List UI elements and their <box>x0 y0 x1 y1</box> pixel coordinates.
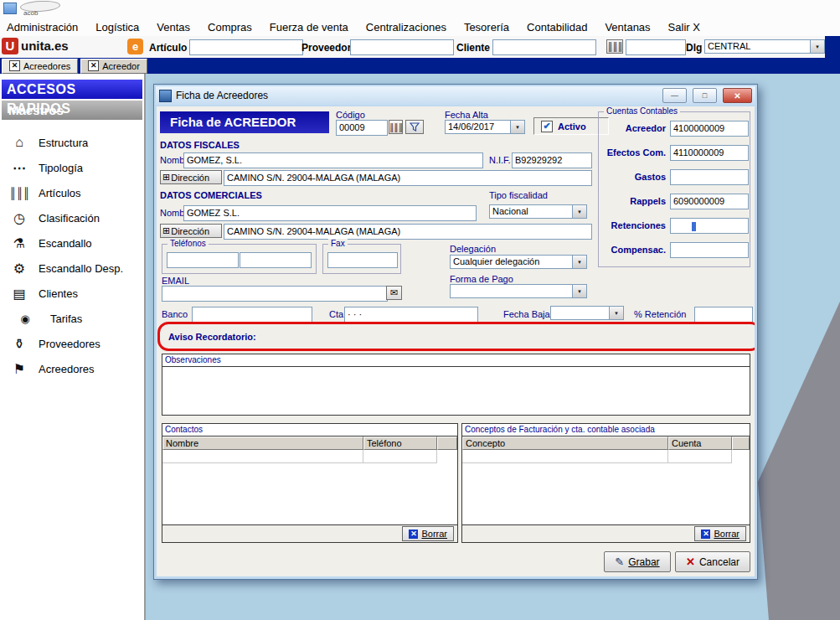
direccion-fiscal-button[interactable]: ⊞ Dirección <box>160 170 222 184</box>
tipo-fiscalidad-select[interactable]: Nacional ▼ <box>489 204 587 219</box>
chevron-down-icon[interactable]: ▼ <box>510 120 525 134</box>
menu-item-salir[interactable]: Salir X <box>668 21 700 34</box>
fax-input[interactable] <box>327 252 398 268</box>
direccion-comercial-input[interactable]: CAMINO S/N. 29004-MALAGA (MALAGA) <box>224 224 592 240</box>
sidebar-item-articulos[interactable]: ║║║ Artículos <box>0 180 144 205</box>
direccion-fiscal-input[interactable]: CAMINO S/N. 29004-MALAGA (MALAGA) <box>224 170 592 186</box>
cta-input[interactable]: · · · <box>344 307 478 323</box>
cliente-input[interactable] <box>492 39 596 55</box>
app-window-icon <box>3 3 17 14</box>
delegacion-select[interactable]: Cualquier delegación ▼ <box>450 255 587 269</box>
filter-button[interactable] <box>405 120 424 134</box>
sidebar-item-escandallo-desp[interactable]: ⚙ Escandallo Desp. <box>0 256 144 281</box>
delegation-select[interactable]: CENTRAL ▼ <box>704 39 825 54</box>
telefono1-input[interactable] <box>167 252 239 268</box>
menu-item-administracion[interactable]: Administración <box>7 21 78 34</box>
cancelar-button[interactable]: ✕ Cancelar <box>675 551 750 572</box>
cuentas-contables-group: Cuentas Contables Acreedor 4100000009 Ef… <box>598 111 750 267</box>
fax-label: Fax <box>328 239 348 248</box>
menu-item-tesoreria[interactable]: Tesorería <box>464 21 509 34</box>
menu-item-centralizaciones[interactable]: Centralizaciones <box>366 21 446 34</box>
menu-item-logistica[interactable]: Logística <box>95 21 139 34</box>
email-input[interactable] <box>162 286 388 302</box>
tipo-fiscalidad-value: Nacional <box>489 204 572 219</box>
compass-icon: ◷ <box>0 210 39 226</box>
nombre-fiscal-input[interactable]: GOMEZ, S.L. <box>183 152 483 168</box>
chevron-down-icon[interactable]: ▼ <box>572 204 587 219</box>
activo-checkbox[interactable]: ✔ <box>541 121 553 132</box>
chevron-down-icon[interactable]: ▼ <box>572 284 587 298</box>
chevron-down-icon[interactable]: ▼ <box>572 255 587 269</box>
cancel-x-icon: ✕ <box>686 555 695 568</box>
column-header-telefono: Teléfono <box>363 437 437 450</box>
grabar-button[interactable]: ✎ Grabar <box>604 551 671 572</box>
annotation-highlight: Aviso Recordatorio: <box>157 322 755 351</box>
tab-label: Acreedor <box>102 61 140 71</box>
compensac-input[interactable] <box>670 242 749 258</box>
nif-input[interactable]: B92929292 <box>512 152 592 168</box>
sidebar-item-escandallo[interactable]: ⚗ Escandallo <box>0 230 144 256</box>
sidebar-item-proveedores[interactable]: ⚱ Proveedores <box>0 331 144 356</box>
acreedor-account-input[interactable]: 4100000009 <box>670 121 749 137</box>
text-cursor <box>692 222 696 231</box>
sidebar-item-clientes[interactable]: ▤ Clientes <box>0 281 144 306</box>
articulo-input[interactable] <box>189 39 303 55</box>
tab-acreedores[interactable]: ✕ Acreedores <box>2 59 78 74</box>
observaciones-textarea[interactable] <box>162 367 750 413</box>
contactos-footer: ✕ Borrar <box>162 524 457 542</box>
fecha-baja-value <box>550 306 609 320</box>
fecha-alta-label: Fecha Alta <box>445 110 488 120</box>
tab-acreedor[interactable]: ✕ Acreedor <box>80 59 147 74</box>
borrar-concepto-button[interactable]: ✕ Borrar <box>694 526 746 541</box>
books-icon: ▤ <box>0 286 39 302</box>
gastos-input[interactable] <box>670 169 749 185</box>
sidebar-item-tipologia[interactable]: ⋯ Tipología <box>0 155 144 180</box>
sidebar-item-acreedores[interactable]: ⚑ Acreedores <box>0 356 144 381</box>
brand-e-icon: e <box>127 39 143 54</box>
sidebar-item-estructura[interactable]: ⌂ Estructura <box>0 130 144 155</box>
dialog-icon <box>159 90 172 102</box>
maximize-button[interactable]: □ <box>693 88 717 103</box>
delegacion-value: Cualquier delegación <box>450 255 572 269</box>
menu-item-ventanas[interactable]: Ventanas <box>605 21 650 34</box>
direccion-comercial-button[interactable]: ⊞ Dirección <box>160 224 222 238</box>
table-row[interactable] <box>162 450 457 463</box>
menu-item-ventas[interactable]: Ventas <box>157 21 190 34</box>
house-icon: ⌂ <box>0 135 39 150</box>
pitcher-icon: ⚱ <box>0 336 39 352</box>
retenciones-input[interactable] <box>670 218 749 234</box>
close-button[interactable]: ✕ <box>723 88 752 103</box>
menu-item-fuerza-de-venta[interactable]: Fuerza de venta <box>270 21 348 34</box>
barcode-input[interactable] <box>626 39 686 55</box>
close-checkbox-icon[interactable]: ✕ <box>88 60 99 71</box>
codigo-input[interactable]: 00009 <box>336 120 388 136</box>
rappels-input[interactable]: 6090000009 <box>670 194 749 209</box>
forma-pago-select[interactable]: ▼ <box>450 284 587 298</box>
retencion-pct-input[interactable] <box>694 307 753 323</box>
menu-item-contabilidad[interactable]: Contabilidad <box>527 21 587 34</box>
barcode-icon[interactable]: ║║║ <box>389 120 403 134</box>
fecha-alta-select[interactable]: 14/06/2017 ▼ <box>445 120 525 134</box>
telefono2-input[interactable] <box>240 252 312 268</box>
gear-icon: ⚙ <box>0 261 39 276</box>
chevron-down-icon[interactable]: ▼ <box>810 39 825 54</box>
nombre-comercial-input[interactable]: GOMEZ S.L. <box>183 205 477 221</box>
banco-input[interactable] <box>192 307 312 323</box>
proveedor-label: Proveedor <box>301 42 351 54</box>
barcode-icon[interactable]: ║║║ <box>606 39 623 54</box>
close-checkbox-icon[interactable]: ✕ <box>9 60 20 71</box>
search-toolbar: U unita.es e Artículo Proveedor Cliente … <box>0 36 840 58</box>
dialog-title: Ficha de Acreedores <box>176 90 658 101</box>
cliente-label: Cliente <box>456 42 490 54</box>
minimize-button[interactable]: — <box>662 88 687 103</box>
efectos-com-input[interactable]: 4110000009 <box>670 145 749 161</box>
menu-item-compras[interactable]: Compras <box>208 21 252 34</box>
fecha-baja-select[interactable]: ▼ <box>550 306 624 320</box>
sidebar-item-clasificacion[interactable]: ◷ Clasificación <box>0 205 144 230</box>
email-card-icon[interactable]: ✉ <box>386 286 402 300</box>
table-row[interactable] <box>462 450 750 463</box>
sidebar-item-tarifas[interactable]: ◉ Tarifas <box>0 306 144 331</box>
chevron-down-icon[interactable]: ▼ <box>609 306 624 320</box>
borrar-contacto-button[interactable]: ✕ Borrar <box>402 526 454 541</box>
proveedor-input[interactable] <box>350 39 454 55</box>
